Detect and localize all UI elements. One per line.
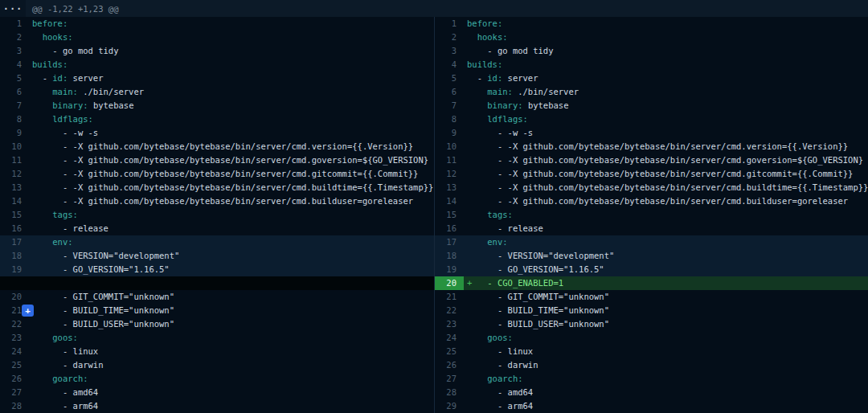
line-number: 11: [0, 153, 29, 167]
line-number: 13: [435, 181, 464, 194]
code-line: goos:: [29, 331, 78, 345]
code-line: before:: [29, 17, 68, 31]
line-number: 16: [0, 222, 29, 235]
diff-row: 12 - -X github.com/bytebase/bytebase/bin…: [435, 167, 868, 181]
line-number: [0, 276, 29, 290]
line-number: 12: [0, 167, 29, 181]
line-number: 23: [435, 317, 464, 331]
yaml-key: hooks:: [43, 32, 73, 42]
diff-row: 6 main: ./bin/server: [435, 85, 868, 99]
line-number: 20: [0, 290, 29, 304]
diff-row: 19 - GO_VERSION="1.16.5": [435, 263, 868, 276]
code-line: - linux: [464, 345, 533, 358]
line-number: 17: [435, 235, 464, 249]
code-line: - -X github.com/bytebase/bytebase/bin/se…: [464, 153, 863, 167]
code-line: - BUILD_USER="unknown": [29, 317, 174, 331]
code-line: - -w -s: [29, 126, 98, 140]
line-number: 24: [435, 331, 464, 345]
line-number: 3: [435, 44, 464, 58]
diff-row: 17 env:: [0, 235, 434, 249]
yaml-key: id:: [487, 73, 502, 83]
line-number: 10: [0, 140, 29, 153]
code-line: - -X github.com/bytebase/bytebase/bin/se…: [29, 140, 413, 153]
line-number: 3: [0, 44, 29, 58]
code-line: - amd64: [29, 386, 98, 399]
code-line: - BUILD_TIME="unknown": [464, 304, 609, 317]
diff-row: 8 ldflags:: [435, 112, 868, 126]
diff-row: 24 - linux: [0, 345, 434, 358]
diff-row: 3 - go mod tidy: [0, 44, 434, 58]
diff-row: 25 - darwin: [0, 358, 434, 372]
diff-left-pane: 1before:2 hooks:3 - go mod tidy4builds:5…: [0, 17, 434, 413]
yaml-key: goarch:: [487, 374, 522, 383]
code-line: - release: [29, 222, 108, 235]
code-line: main: ./bin/server: [464, 85, 579, 99]
line-number: 7: [435, 99, 464, 112]
diff-row: 10 - -X github.com/bytebase/bytebase/bin…: [0, 140, 434, 153]
diff-row: 22 - BUILD_TIME="unknown": [435, 304, 868, 317]
line-number: 12: [435, 167, 464, 181]
diff-row: 7 binary: bytebase: [0, 99, 434, 112]
line-number: 2: [435, 31, 464, 44]
line-number: 19: [0, 263, 29, 276]
code-line: tags:: [29, 208, 78, 222]
code-line: main: ./bin/server: [29, 85, 144, 99]
line-number: 28: [0, 399, 29, 413]
code-line: ldflags:: [29, 112, 93, 126]
code-line: - arm64: [29, 399, 98, 413]
yaml-key: hooks:: [477, 32, 508, 42]
line-number: 14: [435, 194, 464, 208]
code-line: - BUILD_TIME="unknown": [29, 304, 174, 317]
code-line: - -X github.com/bytebase/bytebase/bin/se…: [29, 153, 428, 167]
code-line: - GO_VERSION="1.16.5": [464, 263, 604, 276]
line-number: 18: [0, 249, 29, 263]
line-number: 15: [0, 208, 29, 222]
line-number: 1: [0, 17, 29, 31]
code-line: - arm64: [464, 399, 533, 413]
more-options-button[interactable]: ···: [0, 0, 26, 17]
line-number: 11: [435, 153, 464, 167]
yaml-key: goarch:: [52, 374, 88, 383]
diff-row: 12 - -X github.com/bytebase/bytebase/bin…: [0, 167, 434, 181]
code-line: ldflags:: [464, 112, 528, 126]
diff-row: 20 - GIT_COMMIT="unknown": [0, 290, 434, 304]
added-marker: +: [467, 278, 477, 288]
code-line: goarch:: [29, 372, 88, 386]
code-line: - go mod tidy: [29, 44, 118, 58]
diff-row: 11 - -X github.com/bytebase/bytebase/bin…: [435, 153, 868, 167]
code-line: goos:: [464, 331, 513, 345]
yaml-key: before:: [32, 18, 68, 28]
yaml-key: tags:: [487, 210, 513, 219]
yaml-key: env:: [487, 237, 507, 247]
code-line: - BUILD_USER="unknown": [464, 317, 609, 331]
code-line: - -X github.com/bytebase/bytebase/bin/se…: [29, 167, 418, 181]
line-number: 9: [435, 126, 464, 140]
line-number: 6: [0, 85, 29, 99]
yaml-key: tags:: [52, 210, 78, 219]
code-line: builds:: [29, 58, 68, 72]
diff-row: 26 - darwin: [435, 358, 868, 372]
code-line: - darwin: [464, 358, 538, 372]
line-number: 26: [0, 372, 29, 386]
add-comment-button[interactable]: +: [22, 305, 34, 317]
line-number: 10: [435, 140, 464, 153]
diff-right-pane: 1before:2 hooks:3 - go mod tidy4builds:5…: [434, 17, 868, 413]
code-line: - VERSION="development": [29, 249, 179, 263]
line-number: 6: [435, 85, 464, 99]
diff-row: 25 - linux: [435, 345, 868, 358]
code-line: env:: [29, 235, 73, 249]
line-number: 20: [435, 276, 464, 290]
code-line: binary: bytebase: [464, 99, 568, 112]
line-number: 15: [435, 208, 464, 222]
code-line: before:: [464, 17, 502, 31]
code-line: tags:: [464, 208, 513, 222]
diff-row: 14 - -X github.com/bytebase/bytebase/bin…: [0, 194, 434, 208]
code-line: goarch:: [464, 372, 523, 386]
code-line: env:: [464, 235, 508, 249]
line-number: 19: [435, 263, 464, 276]
code-line: - -X github.com/bytebase/bytebase/bin/se…: [464, 140, 848, 153]
code-line: - -X github.com/bytebase/bytebase/bin/se…: [29, 181, 433, 194]
diff-row: 19 - GO_VERSION="1.16.5": [0, 263, 434, 276]
diff-row: 27 - amd64: [0, 386, 434, 399]
code-line: - GO_VERSION="1.16.5": [29, 263, 170, 276]
